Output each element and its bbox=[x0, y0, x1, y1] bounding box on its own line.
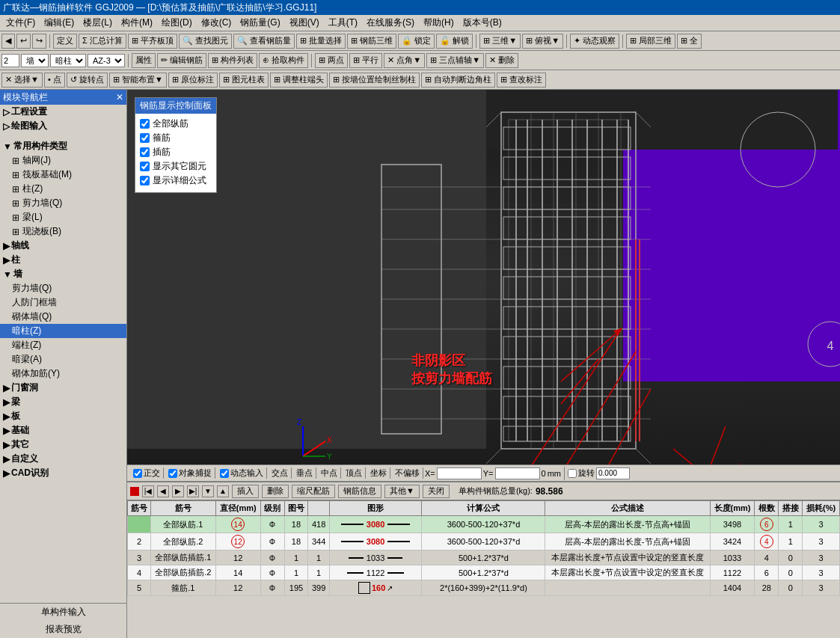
nav-first[interactable]: |◀ bbox=[142, 485, 154, 497]
btn-edit-rebar[interactable]: ✏ 编辑钢筋 bbox=[157, 53, 206, 68]
status-midpoint[interactable]: 中点 bbox=[318, 467, 341, 479]
btn-lock[interactable]: 🔒 锁定 bbox=[398, 34, 435, 49]
btn-insert-row[interactable]: 插入 bbox=[232, 485, 259, 498]
cell-name[interactable]: 全部纵筋插筋.2 bbox=[151, 565, 216, 580]
btn-find[interactable]: 🔍 查找图元 bbox=[179, 34, 232, 49]
checkbox-formula[interactable]: 显示详细公式 bbox=[140, 174, 212, 188]
sidebar-item-axis[interactable]: ⊞轴网(J) bbox=[0, 153, 126, 168]
sidebar-item-drawing[interactable]: ▷ 绘图输入 bbox=[0, 119, 126, 133]
sidebar-item-shear-wall2[interactable]: 剪力墙(Q) bbox=[0, 281, 126, 295]
cell-figcount[interactable]: 418 bbox=[308, 516, 329, 533]
menu-tools[interactable]: 工具(T) bbox=[324, 15, 362, 31]
table-row[interactable]: 2 全部纵筋.2 12 Ф 18 344 3080 bbox=[128, 533, 840, 550]
btn-delete-axis[interactable]: ✕ 删除 bbox=[485, 53, 518, 68]
btn-rebar-info[interactable]: 钢筋信息 bbox=[338, 485, 381, 498]
btn-top-view[interactable]: ⊞ 俯视▼ bbox=[522, 34, 563, 49]
sidebar-item-end-column[interactable]: 端柱(Z) bbox=[0, 338, 126, 352]
checkbox-stirrup[interactable]: 箍筋 bbox=[140, 131, 212, 145]
btn-check-label[interactable]: ⊞ 查改标注 bbox=[497, 73, 546, 88]
status-snap[interactable]: 对象捕捉 bbox=[165, 467, 215, 479]
menu-draw[interactable]: 绘图(D) bbox=[157, 15, 197, 31]
cell-name[interactable]: 全部纵筋.1 bbox=[151, 516, 216, 533]
nav-prev[interactable]: ◀ bbox=[157, 485, 169, 497]
sidebar-group-wall[interactable]: ▼ 墙 bbox=[0, 267, 126, 281]
sidebar-group-board[interactable]: ▶ 板 bbox=[0, 409, 126, 423]
cell-fignum[interactable]: 18 bbox=[284, 533, 308, 550]
checkbox-insert[interactable]: 插筋 bbox=[140, 145, 212, 159]
status-no-offset[interactable]: 不偏移 bbox=[392, 467, 423, 479]
sidebar-group-axis[interactable]: ▶ 轴线 bbox=[0, 239, 126, 253]
sidebar-item-air-defense[interactable]: 人防门框墙 bbox=[0, 295, 126, 310]
menu-file[interactable]: 文件(F) bbox=[1, 15, 40, 31]
cell-figcount[interactable]: 344 bbox=[308, 533, 329, 550]
btn-other[interactable]: 其他▼ bbox=[384, 485, 420, 498]
btn-in-situ-label[interactable]: ⊞ 原位标注 bbox=[168, 73, 218, 88]
btn-angle[interactable]: ✕ 点角▼ bbox=[384, 53, 425, 68]
sidebar-item-dark-column[interactable]: 暗柱(Z) bbox=[0, 324, 126, 338]
cell-diameter[interactable]: 12 bbox=[215, 580, 260, 596]
cell-name[interactable]: 箍筋.1 bbox=[151, 580, 216, 596]
btn-auto-corner[interactable]: ⊞ 自动判断边角柱 bbox=[421, 73, 495, 88]
cell-diameter[interactable]: 14 bbox=[215, 516, 260, 533]
x-input[interactable] bbox=[437, 467, 482, 479]
btn-dynamic[interactable]: ✦ 动态观察 bbox=[570, 34, 619, 49]
floor-num-input[interactable] bbox=[1, 54, 19, 67]
menu-version[interactable]: 版本号(B) bbox=[459, 15, 506, 31]
cell-figcount[interactable]: 1 bbox=[308, 550, 329, 565]
menu-view[interactable]: 视图(V) bbox=[285, 15, 324, 31]
rotate-checkbox[interactable] bbox=[568, 469, 577, 478]
nav-up[interactable]: ▲ bbox=[217, 485, 229, 497]
btn-component-list[interactable]: ⊞ 构件列表 bbox=[208, 53, 257, 68]
nav-down[interactable]: ▼ bbox=[202, 485, 214, 497]
btn-3d[interactable]: ⊞ 三维▼ bbox=[479, 34, 521, 49]
btn-rotate-point[interactable]: ↺ 旋转点 bbox=[67, 73, 108, 88]
sidebar-group-cad[interactable]: ▶ CAD识别 bbox=[0, 466, 126, 480]
wall-type-select[interactable]: 墙 bbox=[21, 54, 49, 67]
checkbox-all-longitudinal[interactable]: 全部纵筋 bbox=[140, 117, 212, 131]
btn-adjust-end[interactable]: ⊞ 调整柱端头 bbox=[270, 73, 328, 88]
y-input[interactable] bbox=[495, 467, 540, 479]
sidebar-group-common[interactable]: ▼ 常用构件类型 bbox=[0, 139, 126, 153]
sidebar-item-shear-wall[interactable]: ⊞剪力墙(Q) bbox=[0, 196, 126, 210]
cell-name[interactable]: 全部纵筋插筋.1 bbox=[151, 550, 216, 565]
status-ortho[interactable]: 正交 bbox=[130, 467, 164, 479]
btn-unlock[interactable]: 🔓 解锁 bbox=[436, 34, 473, 49]
btn-full[interactable]: ⊞ 全 bbox=[677, 34, 702, 49]
menu-edit[interactable]: 编辑(E) bbox=[40, 15, 79, 31]
btn-delete-row[interactable]: 删除 bbox=[262, 485, 289, 498]
cell-figcount[interactable]: 399 bbox=[308, 580, 329, 596]
wall-subtype-select[interactable]: 暗柱 bbox=[50, 54, 86, 67]
cell-fignum[interactable]: 18 bbox=[284, 516, 308, 533]
status-intersection[interactable]: 交点 bbox=[269, 467, 292, 479]
btn-two-point[interactable]: ⊞ 两点 bbox=[315, 53, 348, 68]
menu-modify[interactable]: 修改(C) bbox=[197, 15, 236, 31]
btn-draw-by-wall[interactable]: ⊞ 按墙位置绘制丝制柱 bbox=[329, 73, 420, 88]
btn-parallel[interactable]: ⊞ 平行 bbox=[349, 53, 382, 68]
sidebar-group-column[interactable]: ▶ 柱 bbox=[0, 253, 126, 267]
btn-smart-layout[interactable]: ⊞ 智能布置▼ bbox=[109, 73, 167, 88]
sidebar-item-masonry-wall[interactable]: 砌体墙(Q) bbox=[0, 310, 126, 324]
table-row[interactable]: 3 全部纵筋插筋.1 12 Ф 1 1 1033 bbox=[128, 550, 840, 565]
btn-local-3d[interactable]: ⊞ 局部三维 bbox=[626, 34, 675, 49]
cell-fignum[interactable]: 1 bbox=[284, 550, 308, 565]
btn-report-preview[interactable]: 报表预览 bbox=[0, 621, 126, 638]
btn-scale-rebar[interactable]: 缩尺配筋 bbox=[292, 485, 335, 498]
cell-diameter[interactable]: 12 bbox=[215, 550, 260, 565]
checkbox-other[interactable]: 显示其它圆元 bbox=[140, 159, 212, 174]
btn-property[interactable]: 属性 bbox=[132, 53, 156, 68]
cell-fignum[interactable]: 195 bbox=[284, 580, 308, 596]
wall-name-select[interactable]: AZ-3 bbox=[88, 54, 125, 67]
btn-pick-component[interactable]: ⊕ 拾取构件 bbox=[259, 53, 308, 68]
btn-summary[interactable]: Σ 汇总计算 bbox=[79, 34, 126, 49]
sidebar-group-beam[interactable]: ▶ 梁 bbox=[0, 395, 126, 409]
table-row[interactable]: 4 全部纵筋插筋.2 14 Ф 1 1 1122 bbox=[128, 565, 840, 580]
btn-column-table[interactable]: ⊞ 图元柱表 bbox=[219, 73, 269, 88]
cell-diameter[interactable]: 14 bbox=[215, 565, 260, 580]
sidebar-group-door-window[interactable]: ▶ 门窗洞 bbox=[0, 381, 126, 395]
btn-back[interactable]: ◀ bbox=[1, 34, 15, 49]
sidebar-group-custom[interactable]: ▶ 自定义 bbox=[0, 452, 126, 466]
menu-rebar[interactable]: 钢筋量(G) bbox=[236, 15, 284, 31]
btn-rebar-3d[interactable]: ⊞ 钢筋三维 bbox=[347, 34, 396, 49]
btn-redo[interactable]: ↪ bbox=[32, 34, 46, 49]
btn-flat-top[interactable]: ⊞ 平齐板顶 bbox=[128, 34, 177, 49]
